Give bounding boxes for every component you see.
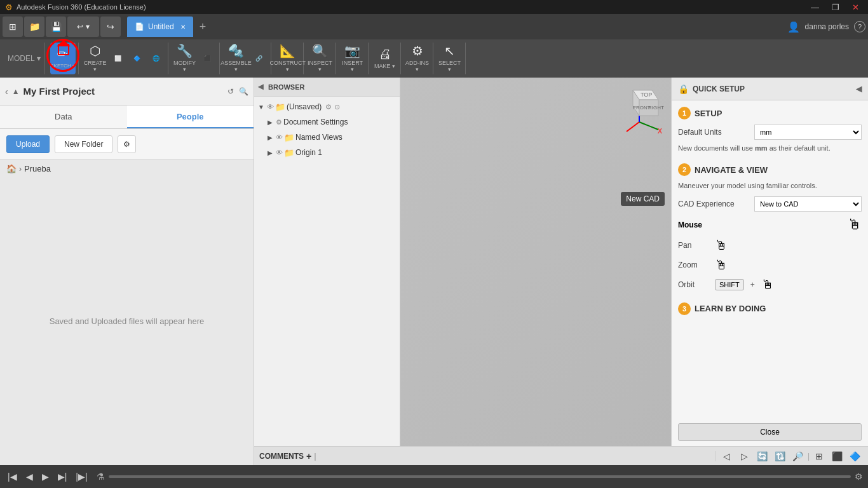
tree-item-namedviews[interactable]: ▶ 👁 📁 Named Views xyxy=(263,130,400,145)
grid-btn[interactable]: ⊞ xyxy=(811,449,827,464)
modify-extra[interactable]: ⬛ xyxy=(199,43,217,74)
timeline-settings-icon[interactable]: ⚙ xyxy=(855,471,863,482)
upload-btn[interactable]: Upload xyxy=(6,135,50,153)
quick-setup-panel: 🔒 QUICK SETUP ◀ 1 SETUP Default Un xyxy=(671,78,868,446)
main-canvas[interactable]: TOP RIGHT FRONT X xyxy=(400,78,671,446)
pan-mouse-icon: 🖱 xyxy=(715,238,728,253)
select-btn[interactable]: ↖ SELECT ▾ xyxy=(437,43,463,74)
minimize-btn[interactable]: — xyxy=(807,3,823,12)
insert-btn[interactable]: 📷 INSERT ▾ xyxy=(340,43,365,74)
canvas-with-browser: ◀ BROWSER ▼ 👁 📁 (Unsaved) ⚙ ⊙ xyxy=(254,78,868,446)
tab-people[interactable]: People xyxy=(127,105,254,128)
timeline-next-btn[interactable]: ▶| xyxy=(55,470,70,483)
qs-close-btn[interactable]: Close xyxy=(678,423,862,441)
tree-item-root[interactable]: ▼ 👁 📁 (Unsaved) ⚙ ⊙ xyxy=(254,99,400,114)
assemble-btn[interactable]: 🔩 ASSEMBLE ▾ xyxy=(224,43,249,74)
settings-btn[interactable]: ⚙ xyxy=(118,135,136,153)
search-icon[interactable]: 🔍 xyxy=(239,87,248,96)
qs-units-desc: New documents will use mm as their defau… xyxy=(678,144,862,153)
shift-key-label: SHIFT xyxy=(715,279,744,290)
pan-label: Pan xyxy=(678,241,710,250)
file-menu-btn[interactable]: ⊞ xyxy=(3,17,23,37)
modify-btn[interactable]: 🔧 MODIFY ▾ xyxy=(172,43,198,74)
timeline-play-btn[interactable]: ▶ xyxy=(39,470,51,483)
add-ins-group: ⚙ ADD-INS ▾ xyxy=(405,43,433,74)
sketch-group: ✏ SKETCH ▾ xyxy=(50,43,79,74)
restore-btn[interactable]: ❐ xyxy=(828,3,843,12)
inspect-btn[interactable]: 🔍 INSPECT ▾ xyxy=(308,43,333,74)
tab-close-icon[interactable]: ✕ xyxy=(180,24,186,30)
close-btn[interactable]: ✕ xyxy=(848,3,863,12)
construct-btn[interactable]: 📐 CONSTRUCT ▾ xyxy=(275,43,301,74)
breadcrumb: 🏠 › Prueba xyxy=(0,160,254,177)
open-file-btn[interactable]: 📁 xyxy=(24,17,44,37)
orbit-btn[interactable]: 🔃 xyxy=(772,449,789,464)
svg-text:FRONT: FRONT xyxy=(633,105,651,111)
display-btn[interactable]: ⬛ xyxy=(829,449,845,464)
timeline-prev-btn[interactable]: ◀ xyxy=(24,470,36,483)
help-btn[interactable]: ? xyxy=(854,21,865,32)
comments-section: COMMENTS + | xyxy=(259,451,716,461)
tab-data[interactable]: Data xyxy=(0,105,127,128)
pan-left-btn[interactable]: ◁ xyxy=(719,449,735,464)
project-header-actions: ↺ 🔍 xyxy=(227,87,248,96)
visual-style-btn[interactable]: 🔷 xyxy=(846,449,863,464)
timeline-end-btn[interactable]: |▶| xyxy=(73,470,90,483)
browser-panel: ◀ BROWSER ▼ 👁 📁 (Unsaved) ⚙ ⊙ xyxy=(254,78,400,446)
make-btn[interactable]: 🖨 MAKE ▾ xyxy=(372,43,398,74)
nav-tools: ◁ ▷ 🔄 🔃 🔎 | ⊞ ⬛ 🔷 xyxy=(719,449,863,464)
pan-right-btn[interactable]: ▷ xyxy=(736,449,753,464)
tab-label: Untitled xyxy=(148,22,174,31)
cad-exp-select[interactable]: New to CAD Fusion 360 Inventor SolidWork… xyxy=(754,196,862,212)
qs-learn-section: 3 LEARN BY DOING xyxy=(678,302,862,315)
mouse-icon: 🖱 xyxy=(848,217,862,233)
sketch-btn[interactable]: ✏ SKETCH ▾ xyxy=(50,43,76,74)
back-btn[interactable]: ‹ xyxy=(5,86,8,97)
create-extra3-btn[interactable]: 🌐 xyxy=(147,43,165,74)
new-folder-btn[interactable]: New Folder xyxy=(55,135,112,153)
bottom-toolbar: COMMENTS + | ◁ ▷ 🔄 🔃 🔎 | ⊞ ⬛ 🔷 xyxy=(254,446,868,465)
undo-btn[interactable]: ↩ ▾ xyxy=(67,17,99,37)
create-extra-btn[interactable]: ⬜ xyxy=(109,43,127,74)
browser-collapse-btn[interactable]: ◀ xyxy=(258,83,263,91)
sketch-icon: ✏ xyxy=(57,48,68,60)
redo-btn[interactable]: ↪ xyxy=(100,17,121,37)
project-breadcrumb: Prueba xyxy=(24,164,51,173)
add-ins-btn[interactable]: ⚙ ADD-INS ▾ xyxy=(405,43,430,74)
new-tab-btn[interactable]: + xyxy=(194,20,212,34)
view-cube[interactable]: TOP RIGHT FRONT X xyxy=(614,84,665,135)
username: danna porles xyxy=(805,22,849,31)
empty-message: Saved and Uploaded files will appear her… xyxy=(37,304,217,339)
tree-item-origin[interactable]: ▶ 👁 📁 Origin 1 xyxy=(263,145,400,160)
rotate-btn[interactable]: 🔄 xyxy=(754,449,771,464)
create-btn[interactable]: ⬡ CREATE ▾ xyxy=(83,43,108,74)
construct-group: 📐 CONSTRUCT ▾ xyxy=(275,43,304,74)
qs-navigate-section: 2 NAVIGATE & VIEW Maneuver your model us… xyxy=(678,163,862,292)
default-units-select[interactable]: mm cm m in ft xyxy=(754,125,862,140)
zoom-label: Zoom xyxy=(678,261,710,269)
zoom-fit-btn[interactable]: 🔎 xyxy=(790,449,806,464)
refresh-icon[interactable]: ↺ xyxy=(227,87,234,96)
new-cad-label: New CAD xyxy=(621,192,665,206)
document-tab[interactable]: 📄 Untitled ✕ xyxy=(127,17,193,37)
window-controls: — ❐ ✕ xyxy=(807,3,863,12)
qs-collapse-btn[interactable]: ◀ xyxy=(856,85,862,93)
timeline-start-btn[interactable]: |◀ xyxy=(5,470,20,483)
tree-item-docsettings[interactable]: ▶ ⚙ Document Settings xyxy=(263,114,400,130)
panel-tabs: Data People xyxy=(0,105,254,129)
project-triangle-icon: ▲ xyxy=(12,87,20,96)
create-extra2-btn[interactable]: 🔷 xyxy=(128,43,146,74)
qs-lock-icon: 🔒 xyxy=(678,84,689,94)
mode-selector[interactable]: MODEL ▾ xyxy=(4,43,45,74)
canvas-area: ◀ BROWSER ▼ 👁 📁 (Unsaved) ⚙ ⊙ xyxy=(254,78,868,465)
assemble-extra[interactable]: 🔗 xyxy=(250,43,268,74)
save-btn[interactable]: 💾 xyxy=(46,17,66,37)
inspect-group: 🔍 INSPECT ▾ xyxy=(308,43,336,74)
titlebar-title: Autodesk Fusion 360 (Education License) xyxy=(17,3,807,11)
svg-line-0 xyxy=(627,122,639,132)
assemble-group: 🔩 ASSEMBLE ▾ 🔗 xyxy=(224,43,271,74)
timeline: |◀ ◀ ▶ ▶| |▶| ⚗ ⚙ xyxy=(0,465,868,488)
cad-exp-label: CAD Experience xyxy=(678,200,754,208)
add-comment-btn[interactable]: + xyxy=(306,451,311,461)
app-icon: ⚙ xyxy=(5,3,13,12)
